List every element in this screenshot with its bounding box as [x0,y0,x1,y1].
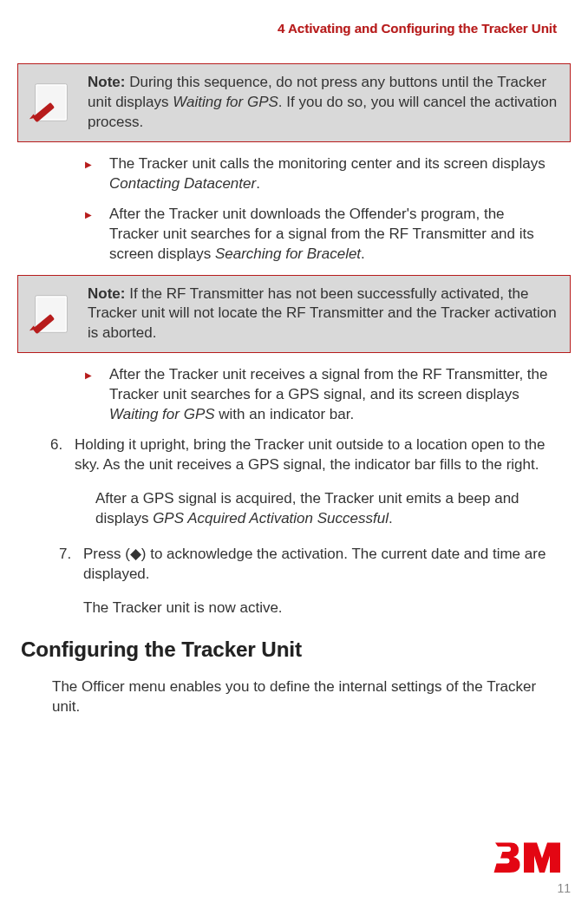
bullet-a2: After the Tracker unit downloads the Off… [109,205,557,265]
step-7-text: Press (◆) to acknowledge the activation.… [83,546,546,582]
bullet-list-a: The Tracker unit calls the monitoring ce… [14,154,557,265]
page-number: 11 [493,881,571,895]
note-box-1: Note: During this sequence, do not press… [17,63,571,142]
logo-3m-icon [493,836,571,878]
bullet-a1: The Tracker unit calls the monitoring ce… [109,154,557,194]
section-heading-configuring: Configuring the Tracker Unit [21,638,574,662]
step-6: 6.Holding it upright, bring the Tracker … [14,435,559,475]
step-6-num: 6. [50,435,75,455]
step-6-continuation: After a GPS signal is acquired, the Trac… [14,489,562,529]
tracker-active-line: The Tracker unit is now active. [14,598,557,618]
note-pencil-icon [27,77,77,128]
note-text-1: Note: During this sequence, do not press… [88,73,558,133]
chapter-header: 4 Activating and Configuring the Tracker… [14,21,574,36]
note-pencil-icon [27,289,77,339]
note-label: Note: [88,74,125,90]
note-text-2: Note: If the RF Transmitter has not been… [88,284,558,344]
note2-text: If the RF Transmitter has not been succe… [88,285,557,342]
note-box-2: Note: If the RF Transmitter has not been… [17,275,571,354]
note1-italic: Waiting for GPS [173,94,278,110]
note-label: Note: [88,285,125,302]
bullet-list-b: After the Tracker unit receives a signal… [14,365,557,425]
bullet-b1: After the Tracker unit receives a signal… [109,365,557,425]
step-6-text: Holding it upright, bring the Tracker un… [75,436,545,473]
step-7-num: 7. [59,545,83,565]
config-intro: The Officer menu enables you to define t… [14,677,553,717]
step-7: 7.Press (◆) to acknowledge the activatio… [14,545,559,585]
footer: 11 [493,836,571,895]
